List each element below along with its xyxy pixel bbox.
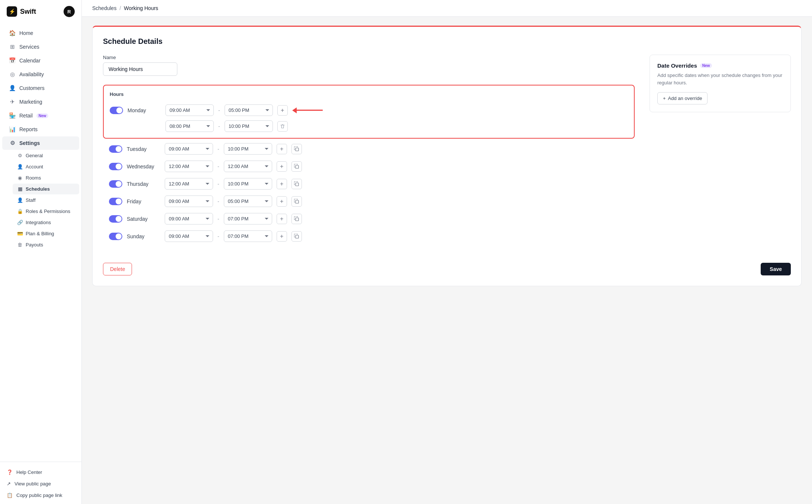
- monday-start-1[interactable]: 09:00 AM: [165, 104, 214, 116]
- name-field-label: Name: [103, 55, 635, 60]
- copy-icon: 📋: [7, 492, 13, 498]
- help-center-link[interactable]: ❓ Help Center: [0, 466, 81, 478]
- thursday-add-button[interactable]: +: [277, 179, 287, 189]
- subnav-general[interactable]: ⚙ General: [13, 150, 79, 161]
- sidebar-item-home[interactable]: 🏠 Home: [2, 26, 79, 40]
- services-icon: ⊞: [9, 43, 16, 50]
- avatar[interactable]: R: [64, 6, 75, 17]
- view-public-link[interactable]: ↗ View public page: [0, 478, 81, 490]
- thursday-copy-button[interactable]: [291, 179, 302, 189]
- name-input[interactable]: [103, 62, 177, 76]
- overrides-title-text: Date Overrides: [657, 62, 697, 69]
- rooms-icon: ◉: [17, 175, 23, 181]
- tuesday-start[interactable]: 09:00 AM: [165, 143, 213, 155]
- main-nav: 🏠 Home ⊞ Services 📅 Calendar ◎ Availabil…: [0, 23, 81, 462]
- copy-public-link[interactable]: 📋 Copy public page link: [0, 490, 81, 501]
- subnav-label: Payouts: [26, 242, 43, 248]
- app-name: Swift: [20, 8, 36, 16]
- friday-start[interactable]: 09:00 AM: [165, 196, 213, 207]
- sunday-label: Sunday: [127, 233, 160, 239]
- save-button[interactable]: Save: [761, 263, 791, 275]
- saturday-label: Saturday: [127, 216, 160, 222]
- saturday-start[interactable]: 09:00 AM: [165, 213, 213, 224]
- monday-add-slot-button[interactable]: +: [277, 105, 288, 116]
- sidebar-item-retail[interactable]: 🏪 Retail New: [2, 109, 79, 122]
- subnav-label: Integrations: [26, 220, 51, 225]
- hours-outer: Tuesday 09:00 AM - 10:00 PM +: [103, 140, 635, 245]
- wednesday-start[interactable]: 12:00 AM: [165, 161, 213, 172]
- tuesday-copy-button[interactable]: [291, 144, 302, 154]
- saturday-toggle[interactable]: [109, 215, 122, 223]
- subnav-billing[interactable]: 💳 Plan & Billing: [13, 228, 79, 239]
- integrations-icon: 🔗: [17, 220, 23, 225]
- friday-end[interactable]: 05:00 PM: [224, 196, 272, 207]
- tuesday-end[interactable]: 10:00 PM: [224, 143, 272, 155]
- sidebar-item-settings[interactable]: ⚙ Settings: [2, 136, 79, 150]
- add-override-button[interactable]: + Add an override: [657, 92, 708, 104]
- wednesday-row: Wednesday 12:00 AM - 12:00 AM +: [103, 158, 635, 175]
- subnav-payouts[interactable]: 🗑 Payouts: [13, 239, 79, 250]
- saturday-copy-button[interactable]: [291, 214, 302, 224]
- view-public-label: View public page: [14, 481, 51, 487]
- thursday-start[interactable]: 12:00 AM: [165, 178, 213, 190]
- sidebar-item-label: Calendar: [19, 58, 41, 64]
- monday-row-wrapper: Monday 09:00 AM - 05:00 PM +: [110, 102, 628, 132]
- friday-label: Friday: [127, 198, 160, 204]
- friday-copy-button[interactable]: [291, 196, 302, 207]
- sidebar-item-marketing[interactable]: ✈ Marketing: [2, 95, 79, 109]
- help-label: Help Center: [16, 469, 42, 475]
- subnav-label: Rooms: [26, 175, 41, 181]
- roles-icon: 🔒: [17, 209, 23, 214]
- sunday-end[interactable]: 07:00 PM: [224, 230, 272, 242]
- top-bar: Schedules / Working Hours: [82, 0, 812, 17]
- wednesday-end[interactable]: 12:00 AM: [224, 161, 272, 172]
- sunday-copy-button[interactable]: [291, 231, 302, 242]
- friday-row: Friday 09:00 AM - 05:00 PM +: [103, 193, 635, 210]
- tuesday-add-button[interactable]: +: [277, 144, 287, 154]
- subnav-staff[interactable]: 👤 Staff: [13, 195, 79, 206]
- sidebar-item-calendar[interactable]: 📅 Calendar: [2, 54, 79, 67]
- thursday-end[interactable]: 10:00 PM: [224, 178, 272, 190]
- monday-delete-slot-button[interactable]: [277, 121, 288, 132]
- sidebar-item-availability[interactable]: ◎ Availability: [2, 68, 79, 81]
- sidebar-item-customers[interactable]: 👤 Customers: [2, 81, 79, 95]
- subnav-integrations[interactable]: 🔗 Integrations: [13, 217, 79, 228]
- sidebar-item-label: Home: [19, 30, 33, 36]
- sidebar-item-services[interactable]: ⊞ Services: [2, 40, 79, 54]
- subnav-account[interactable]: 👤 Account: [13, 161, 79, 172]
- subnav-label: Plan & Billing: [26, 231, 54, 236]
- sunday-start[interactable]: 09:00 AM: [165, 230, 213, 242]
- schedule-details-card: Schedule Details Name Hours: [92, 26, 802, 286]
- wednesday-copy-button[interactable]: [291, 161, 302, 172]
- thursday-toggle[interactable]: [109, 180, 122, 188]
- svg-rect-5: [296, 235, 299, 238]
- saturday-add-button[interactable]: +: [277, 214, 287, 224]
- sidebar-item-label: Settings: [19, 140, 40, 146]
- sunday-add-button[interactable]: +: [277, 231, 287, 242]
- wednesday-toggle[interactable]: [109, 163, 122, 170]
- wednesday-add-button[interactable]: +: [277, 161, 287, 172]
- tuesday-toggle[interactable]: [109, 145, 122, 153]
- sunday-toggle[interactable]: [109, 233, 122, 240]
- saturday-end[interactable]: 07:00 PM: [224, 213, 272, 224]
- monday-end-2[interactable]: 10:00 PM: [225, 120, 273, 132]
- subnav-roles[interactable]: 🔒 Roles & Permissions: [13, 206, 79, 217]
- sidebar-item-label: Marketing: [19, 99, 42, 105]
- billing-icon: 💳: [17, 231, 23, 236]
- subnav-label: General: [26, 153, 43, 158]
- monday-start-2[interactable]: 08:00 PM: [165, 120, 214, 132]
- monday-toggle[interactable]: [110, 107, 123, 114]
- wednesday-label: Wednesday: [127, 164, 160, 169]
- breadcrumb-schedules[interactable]: Schedules: [92, 5, 116, 11]
- delete-schedule-button[interactable]: Delete: [103, 263, 132, 275]
- friday-add-button[interactable]: +: [277, 196, 287, 207]
- monday-end-1[interactable]: 05:00 PM: [225, 104, 273, 116]
- red-arrow-indicator: [292, 107, 323, 113]
- reports-icon: 📊: [9, 126, 16, 133]
- sidebar-item-label: Reports: [19, 126, 38, 132]
- svg-rect-4: [296, 218, 299, 221]
- subnav-schedules[interactable]: ▦ Schedules: [13, 184, 79, 194]
- friday-toggle[interactable]: [109, 198, 122, 205]
- subnav-rooms[interactable]: ◉ Rooms: [13, 172, 79, 183]
- sidebar-item-reports[interactable]: 📊 Reports: [2, 123, 79, 136]
